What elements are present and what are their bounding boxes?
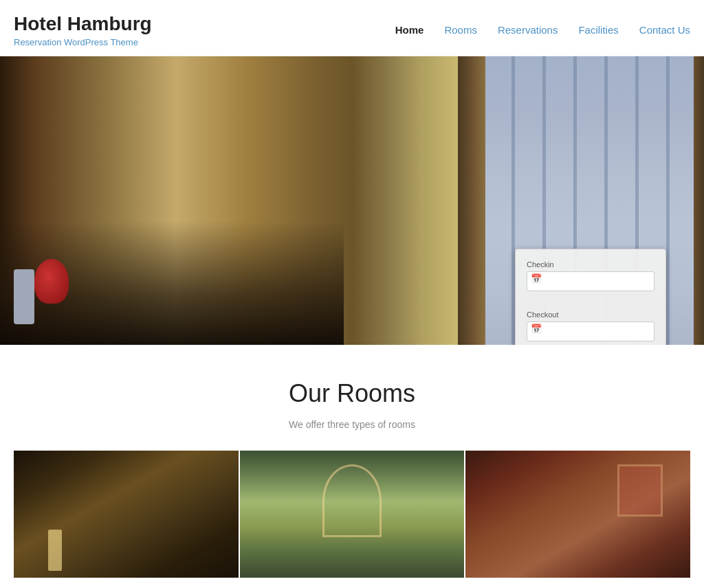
- room-card-3[interactable]: [465, 451, 690, 578]
- nav-facilities[interactable]: Facilities: [578, 24, 618, 36]
- hero-curtain-right: [694, 56, 704, 345]
- room-card-1[interactable]: [14, 451, 239, 578]
- hotel-name: Hotel Hamburg: [14, 12, 152, 36]
- room-card-2[interactable]: [240, 451, 465, 578]
- checkout-label: Checkout: [527, 310, 654, 319]
- hero-section: Checkin 📅 Checkout 📅 Persons 👥 1 Check a…: [0, 56, 704, 345]
- logo: Hotel Hamburg Reservation WordPress Them…: [14, 12, 152, 47]
- nav-home[interactable]: Home: [395, 24, 424, 36]
- nav-rooms[interactable]: Rooms: [444, 24, 477, 36]
- rooms-subtitle: We offer three types of rooms: [14, 419, 690, 430]
- checkin-label: Checkin: [527, 260, 654, 269]
- hero-curtain-left: [458, 56, 485, 345]
- room-cards-container: [14, 451, 690, 578]
- nav-contact[interactable]: Contact Us: [639, 24, 690, 36]
- hero-vase: [34, 259, 69, 304]
- site-header: Hotel Hamburg Reservation WordPress Them…: [0, 0, 704, 56]
- main-nav: Home Rooms Reservations Facilities Conta…: [395, 24, 690, 36]
- rooms-title: Our Rooms: [14, 379, 690, 408]
- booking-widget: Checkin 📅 Checkout 📅 Persons 👥 1 Check a…: [515, 249, 666, 345]
- rooms-section: Our Rooms We offer three types of rooms: [0, 345, 704, 588]
- checkout-input[interactable]: [527, 321, 654, 341]
- nav-reservations[interactable]: Reservations: [498, 24, 558, 36]
- checkin-input[interactable]: [527, 271, 654, 291]
- tagline: Reservation WordPress Theme: [14, 37, 152, 47]
